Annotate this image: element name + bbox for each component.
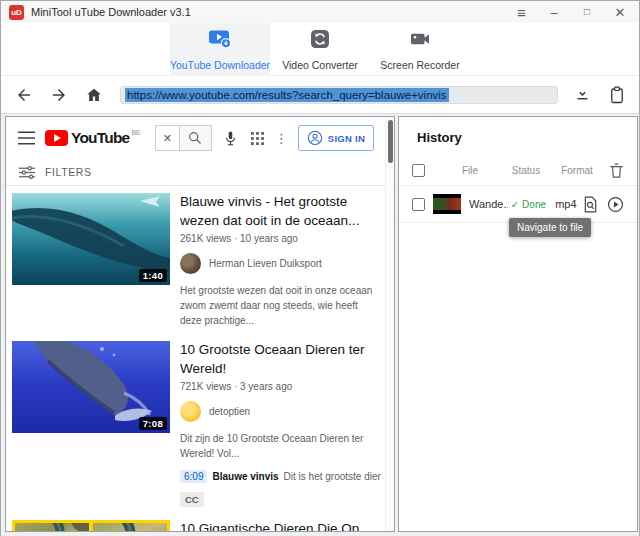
video-result-3[interactable]: 10:06 10 Gigantische Dieren Die Op Camer… (12, 520, 380, 532)
filters-icon (19, 166, 35, 179)
tab-video-converter-label: Video Converter (282, 59, 358, 71)
minimize-button[interactable]: – (547, 6, 561, 19)
menu-icon[interactable]: ≡ (514, 5, 528, 20)
video-thumbnail-2[interactable]: 7:08 (12, 341, 170, 433)
thumbnail-panel-left (15, 523, 90, 532)
video-result-2[interactable]: 7:08 10 Grootste Oceaan Dieren ter Werel… (12, 341, 380, 507)
video-description: Dit zijn de 10 Grootste Oceaan Dieren te… (180, 431, 382, 461)
check-icon: ✓ (511, 199, 519, 210)
youtube-search-group: ✕ (155, 125, 212, 151)
video-meta: 261K views · 10 years ago (180, 233, 380, 244)
scrollbar-thumb[interactable] (388, 120, 393, 163)
youtube-region-label: BE (131, 129, 140, 136)
channel-row[interactable]: Herman Lieven Duiksport (180, 253, 380, 274)
tab-bar: YouTube Downloader Video Converter (1, 23, 639, 76)
column-file: File (439, 165, 501, 176)
tab-youtube-downloader-label: YouTube Downloader (170, 59, 270, 71)
status-label: Done (522, 199, 546, 210)
video-title[interactable]: 10 Grootste Oceaan Dieren ter Wereld! (180, 341, 382, 379)
channel-avatar[interactable] (180, 253, 201, 274)
tab-youtube-downloader[interactable]: YouTube Downloader (170, 23, 270, 76)
video-description: Het grootste wezen dat ooit in onze ocea… (180, 283, 380, 328)
download-icon[interactable] (574, 86, 591, 103)
browser-panel: YouTube BE ✕ (5, 116, 395, 532)
chapter-name: Blauwe vinvis (212, 471, 278, 482)
youtube-header: YouTube BE ✕ (6, 117, 394, 159)
tab-screen-recorder-label: Screen Recorder (380, 59, 459, 71)
tab-screen-recorder[interactable]: Screen Recorder (370, 23, 470, 76)
cc-badge: CC (180, 492, 204, 507)
channel-avatar[interactable] (180, 401, 201, 422)
file-format: mp4 (549, 198, 583, 210)
video-title[interactable]: Blauwe vinvis - Het grootste wezen dat o… (180, 193, 380, 231)
play-file-icon[interactable] (607, 196, 624, 213)
youtube-play-icon (45, 130, 68, 146)
back-icon[interactable] (15, 86, 33, 104)
history-panel: History File Status Format Wande... ✓ (398, 116, 638, 532)
sign-in-button[interactable]: SIGN IN (298, 125, 374, 151)
nav-actions (574, 86, 625, 104)
search-results: 1:40 Blauwe vinvis - Het grootste wezen … (6, 186, 394, 532)
history-header: File Status Format (399, 156, 637, 186)
url-selected-text: https://www.youtube.com/results?search_q… (125, 88, 449, 102)
app-window: uD MiniTool uTube Downloader v3.1 ≡ – □ … (0, 0, 640, 536)
youtube-downloader-icon (207, 29, 233, 53)
video-thumbnail-3[interactable]: 10:06 (12, 520, 170, 532)
video-result-1[interactable]: 1:40 Blauwe vinvis - Het grootste wezen … (12, 193, 380, 328)
delete-icon[interactable] (609, 163, 624, 179)
voice-search-icon[interactable] (223, 130, 238, 147)
row-checkbox[interactable] (412, 198, 425, 211)
video-thumbnail-1[interactable]: 1:40 (12, 193, 170, 285)
window-controls: ≡ – □ ✕ (514, 5, 631, 20)
youtube-menu-icon[interactable] (18, 131, 35, 145)
navigate-to-file-icon[interactable] (583, 196, 598, 213)
titlebar: uD MiniTool uTube Downloader v3.1 ≡ – □ … (1, 1, 639, 23)
filters-label: FILTERS (45, 166, 92, 178)
sign-in-label: SIGN IN (328, 133, 365, 144)
channel-name[interactable]: detoptien (209, 406, 250, 417)
history-title: History (417, 130, 637, 145)
chapter-row[interactable]: 6:09 Blauwe vinvis Dit is het grootste d… (180, 470, 382, 483)
select-all-checkbox[interactable] (412, 164, 425, 177)
youtube-wordmark: YouTube (71, 128, 129, 148)
app-title: MiniTool uTube Downloader v3.1 (31, 6, 191, 18)
column-status: Status (501, 165, 551, 176)
chapter-text: Dit is het grootste dier dat mom... (284, 471, 382, 482)
video-meta: 721K views · 3 years ago (180, 381, 382, 392)
column-format: Format (551, 165, 603, 176)
maximize-button[interactable]: □ (580, 7, 594, 17)
channel-row[interactable]: detoptien (180, 401, 382, 422)
home-icon[interactable] (85, 86, 103, 104)
app-logo-icon: uD (9, 5, 24, 20)
status-badge: ✓ Done (508, 199, 549, 210)
close-button[interactable]: ✕ (613, 6, 627, 19)
chapter-timestamp[interactable]: 6:09 (180, 470, 207, 483)
video-converter-icon (310, 29, 330, 53)
kebab-menu-icon[interactable]: ⋮ (275, 131, 288, 146)
scrollbar[interactable] (385, 117, 394, 531)
channel-name[interactable]: Herman Lieven Duiksport (209, 258, 322, 269)
navigation-bar: https://www.youtube.com/results?search_q… (1, 76, 639, 114)
forward-icon[interactable] (50, 86, 68, 104)
clear-search-icon[interactable]: ✕ (155, 125, 180, 151)
screen-recorder-icon (409, 29, 431, 53)
thumbnail-panel-right (93, 523, 168, 532)
file-thumbnail (433, 194, 461, 214)
duration-badge: 1:40 (139, 269, 167, 282)
apps-grid-icon[interactable] (251, 132, 264, 145)
duration-badge: 7:08 (139, 417, 167, 430)
filters-row[interactable]: FILTERS (6, 159, 394, 186)
main-area: YouTube BE ✕ (1, 114, 639, 536)
file-name: Wande... (469, 198, 508, 210)
search-icon[interactable] (180, 125, 212, 151)
youtube-logo[interactable]: YouTube BE (45, 128, 141, 148)
video-title[interactable]: 10 Gigantische Dieren Die Op Camera Zijn… (180, 520, 380, 532)
tab-video-converter[interactable]: Video Converter (270, 23, 370, 76)
paste-icon[interactable] (609, 86, 625, 104)
url-input[interactable]: https://www.youtube.com/results?search_q… (120, 86, 558, 104)
tooltip-navigate-to-file: Navigate to file (509, 218, 591, 237)
